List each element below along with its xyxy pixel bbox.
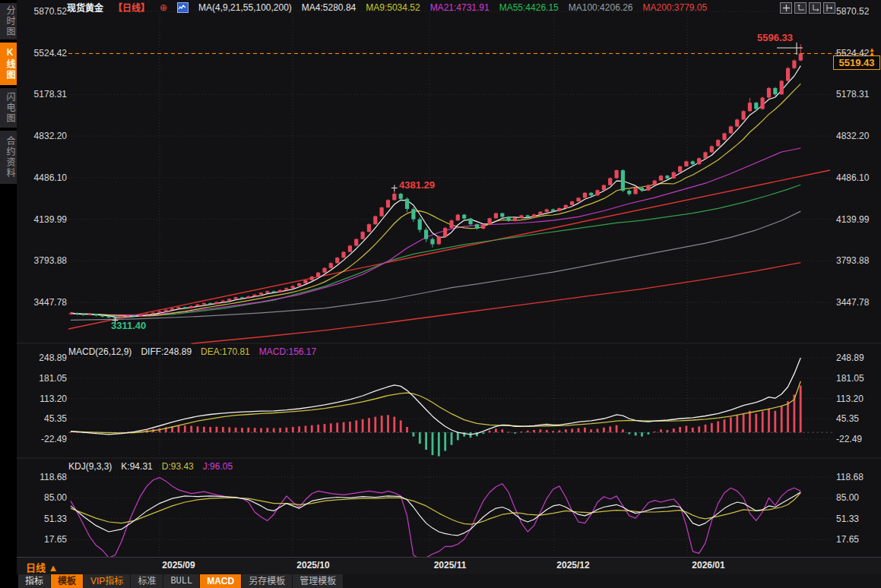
- y-axis-scale-icon[interactable]: [794, 2, 807, 14]
- kdj-d-value: D:93.43: [162, 461, 194, 472]
- kdj-axis-label: 51.33: [23, 514, 67, 524]
- jump-to-latest-icon[interactable]: ▲▲: [869, 48, 875, 55]
- sidebar-tab-2[interactable]: K线图: [0, 43, 17, 85]
- kdj-header: KDJ(9,3,3) K:94.31 D:93.43 J:96.05: [68, 461, 233, 472]
- kdj-axis-label-right: 51.33: [836, 514, 859, 524]
- macd-axis-label: 45.35: [23, 413, 67, 424]
- kdj-k-value: K:94.31: [121, 461, 152, 472]
- chart-toolbar: [780, 2, 835, 14]
- ma-value-label: MA21:4731.91: [430, 2, 490, 13]
- time-axis-label: 2025/10: [287, 560, 340, 571]
- macd-params[interactable]: MACD(26,12,9): [68, 346, 132, 357]
- price-axis-label: 4832.20: [23, 131, 67, 141]
- price-axis-label: 4139.99: [23, 214, 67, 225]
- kdj-params[interactable]: KDJ(9,3,3): [68, 461, 112, 472]
- macd-header: MACD(26,12,9) DIFF:248.89 DEA:170.81 MAC…: [68, 346, 316, 357]
- toolbar-tab-另存模板[interactable]: 另存模板: [242, 574, 292, 588]
- kdj-axis-label: 17.65: [23, 534, 67, 545]
- symbol-name: 现货黄金: [67, 1, 103, 14]
- peak-annotation: 4381.29: [399, 179, 435, 191]
- sidebar-tab-3[interactable]: 闪电图: [0, 88, 17, 128]
- ma-value-label: MA4:5280.84: [302, 2, 356, 13]
- macd-macd-value: MACD:156.17: [259, 346, 316, 357]
- time-axis-label: 2025/11: [423, 560, 477, 571]
- macd-axis-label-right: 248.89: [836, 352, 864, 363]
- toolbar-tab-MACD[interactable]: MACD: [200, 574, 241, 588]
- kdj-axis-label-right: 118.68: [836, 472, 864, 482]
- macd-axis-label: 181.05: [23, 373, 67, 384]
- ma-value-label: MA200:3779.05: [642, 2, 707, 13]
- macd-axis-label: 248.89: [23, 352, 67, 363]
- price-axis-label-right: 5524.42: [836, 48, 869, 58]
- price-axis-label-right: 5870.52: [836, 6, 869, 17]
- toolbar-corner: [0, 574, 18, 588]
- pane-shift-icon[interactable]: [823, 2, 835, 14]
- ma-group-label[interactable]: MA(4,9,21,55,100,200): [198, 2, 292, 13]
- macd-axis-label: 113.20: [23, 394, 67, 404]
- indicator-toolbar: 指标模板VIP指标标准BULLMACD另存模板管理模板: [0, 574, 881, 588]
- price-axis-label: 5178.31: [23, 89, 67, 100]
- toolbar-tab-标准[interactable]: 标准: [131, 574, 163, 588]
- add-compare-icon[interactable]: ⊕: [160, 2, 167, 13]
- price-axis-label-right: 4486.10: [836, 172, 869, 183]
- chart-canvas[interactable]: [0, 0, 881, 588]
- toolbar-tab-BULL[interactable]: BULL: [163, 574, 199, 588]
- kdj-axis-label: 118.68: [23, 472, 67, 482]
- macd-diff-value: DIFF:248.89: [141, 346, 192, 357]
- price-axis-label: 5870.52: [23, 6, 67, 17]
- macd-axis-label-right: 45.35: [836, 413, 859, 424]
- price-axis-label: 3447.78: [23, 297, 67, 308]
- toolbar-tab-模板[interactable]: 模板: [51, 574, 83, 588]
- x-axis-scale-icon[interactable]: [809, 2, 821, 14]
- ma-value-label: MA9:5034.52: [366, 2, 420, 13]
- period-selector[interactable]: 日线 ▲: [26, 560, 58, 574]
- toolbar-tab-指标[interactable]: 指标: [18, 574, 50, 588]
- pan-tool-icon[interactable]: [780, 2, 792, 14]
- toolbar-tab-VIP指标[interactable]: VIP指标: [84, 574, 130, 588]
- macd-axis-label-right: 113.20: [836, 394, 864, 404]
- chart-mode-sidebar: 分时图K线图闪电图合约资料: [0, 0, 17, 574]
- time-axis-label: 2025/09: [152, 560, 205, 571]
- kdj-axis-label-right: 17.65: [836, 534, 859, 545]
- ma-value-label: MA55:4426.15: [499, 2, 559, 13]
- trading-app: 分时图K线图闪电图合约资料 现货黄金 【日线】 ⊕ MA(4,9,21,55,1…: [0, 0, 881, 588]
- price-axis-label: 4486.10: [23, 172, 67, 183]
- macd-axis-label-right: 181.05: [836, 373, 864, 384]
- macd-dea-value: DEA:170.81: [201, 346, 250, 357]
- toolbar-tabs: 指标模板VIP指标标准BULLMACD另存模板管理模板: [18, 574, 344, 588]
- kdj-j-value: J:96.05: [203, 461, 233, 472]
- price-axis-label-right: 3793.88: [836, 255, 869, 266]
- price-axis-label-right: 3447.78: [836, 297, 869, 308]
- price-axis-label-right: 4832.20: [836, 131, 869, 141]
- macd-axis-label-right: -22.49: [836, 434, 862, 444]
- price-axis-label-right: 5178.31: [836, 89, 869, 100]
- kdj-axis-label-right: 85.00: [836, 492, 859, 503]
- price-axis-label-right: 4139.99: [836, 214, 869, 225]
- price-axis-label: 5524.42: [23, 48, 67, 58]
- chart-type-icon[interactable]: [177, 2, 189, 13]
- sidebar-tab-4[interactable]: 合约资料: [0, 131, 17, 184]
- ma-values: MA4:5280.84MA9:5034.52MA21:4731.91MA55:4…: [302, 2, 707, 13]
- chart-header: 现货黄金 【日线】 ⊕ MA(4,9,21,55,100,200) MA4:52…: [67, 1, 707, 14]
- time-axis-label: 2025/12: [547, 560, 600, 571]
- price-axis-label: 3793.88: [23, 255, 67, 266]
- high-annotation: 5596.33: [757, 32, 793, 43]
- macd-axis-label: -22.49: [23, 434, 67, 444]
- low-annotation: 3311.40: [111, 320, 146, 331]
- ma-value-label: MA100:4206.26: [569, 2, 633, 13]
- toolbar-tab-管理模板[interactable]: 管理模板: [293, 574, 343, 588]
- kdj-axis-label: 85.00: [23, 492, 67, 503]
- sidebar-tab-1[interactable]: 分时图: [0, 3, 17, 40]
- time-axis-label: 2026/01: [682, 560, 735, 571]
- period-tag[interactable]: 【日线】: [113, 1, 150, 14]
